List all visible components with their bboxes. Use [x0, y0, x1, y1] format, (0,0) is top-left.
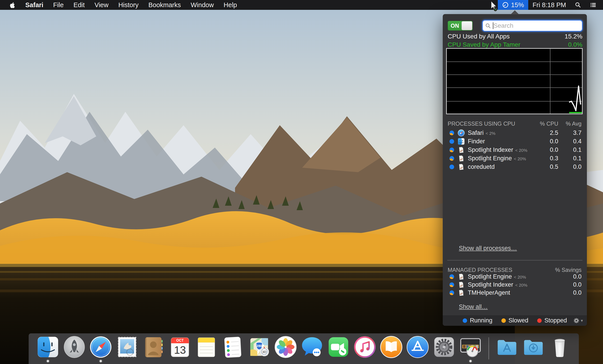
dock-item-photos[interactable]: [274, 335, 297, 363]
managed-list: Spotlight Engine< 20%0.0Spotlight Indexe…: [443, 273, 587, 297]
dock-item-applications-folder[interactable]: [495, 335, 519, 363]
dock: OCT132803D: [29, 333, 579, 364]
process-name: coreduetd: [468, 164, 495, 170]
show-all-managed-link[interactable]: Show all…: [459, 303, 488, 310]
launchpad-icon: [63, 335, 86, 359]
apple-menu-icon[interactable]: [9, 2, 15, 8]
legend-item-slowed: Slowed: [501, 317, 528, 324]
menu-item-file[interactable]: File: [53, 1, 64, 9]
process-row-finder[interactable]: Finder0.00.4: [443, 137, 587, 145]
text-caret: [493, 22, 493, 29]
itunes-icon: [353, 335, 376, 359]
process-row-tmhelperagent[interactable]: TMHelperAgent0.0: [443, 289, 587, 297]
dock-item-maps[interactable]: 2803D: [248, 335, 271, 363]
running-indicator: [47, 360, 49, 362]
process-row-coreduetd[interactable]: coreduetd0.50.0: [443, 163, 587, 171]
exec-app-icon: [457, 273, 465, 280]
menu-item-view[interactable]: View: [94, 1, 108, 9]
gear-caret-icon: ▾: [581, 318, 583, 323]
dock-item-notes[interactable]: [195, 335, 218, 363]
process-cpu-limit: < 20%: [514, 156, 526, 161]
popover-footer: RunningSlowedStopped ▾: [443, 315, 587, 326]
dock-item-reminders[interactable]: [221, 335, 244, 363]
process-row-spotlight-indexer[interactable]: Spotlight Indexer< 20%0.0: [443, 281, 587, 289]
show-all-processes-link[interactable]: Show all processes…: [459, 245, 517, 252]
status-dot-running-slowed: [450, 156, 454, 161]
dock-item-app-tamer[interactable]: [459, 335, 482, 363]
dock-item-mail[interactable]: [116, 335, 139, 363]
process-avg-value: 0.1: [561, 146, 581, 153]
dock-item-calendar[interactable]: OCT13: [168, 335, 192, 363]
svg-text:13: 13: [174, 344, 186, 356]
menu-item-help[interactable]: Help: [224, 1, 237, 9]
process-cpu-limit: < 20%: [515, 283, 527, 288]
system-preferences-icon: [432, 335, 456, 359]
process-name: TMHelperAgent: [468, 289, 510, 296]
process-cpu-limit: < 2%: [486, 131, 496, 136]
search-icon: [485, 23, 491, 29]
status-dot-running-slowed: [450, 282, 454, 287]
exec-app-icon: [457, 163, 465, 171]
dock-item-finder[interactable]: [36, 335, 59, 363]
exec-app-icon: [457, 146, 465, 154]
search-input[interactable]: [494, 22, 580, 29]
menu-item-safari[interactable]: Safari: [25, 1, 43, 9]
process-name: Safari: [468, 130, 484, 136]
column-avg: % Avg: [561, 121, 581, 127]
svg-text:OCT: OCT: [176, 339, 184, 342]
process-name: Spotlight Engine: [468, 155, 512, 162]
settings-gear-button[interactable]: ▾: [573, 317, 583, 324]
menu-item-edit[interactable]: Edit: [73, 1, 85, 9]
dock-item-appstore[interactable]: [406, 335, 429, 363]
legend-item-running: Running: [463, 317, 492, 324]
status-dot-running: [450, 165, 454, 169]
spotlight-search-icon[interactable]: [570, 0, 586, 10]
process-row-spotlight-engine[interactable]: Spotlight Engine< 20%0.30.1: [443, 154, 587, 163]
cpu-history-chart: [446, 48, 583, 114]
app-tamer-on-toggle[interactable]: ON: [448, 21, 473, 31]
process-avg-value: 3.7: [561, 130, 581, 136]
process-savings-value: 0.0: [550, 273, 581, 280]
process-row-spotlight-engine[interactable]: Spotlight Engine< 20%0.0: [443, 273, 587, 281]
legend-item-stopped: Stopped: [537, 317, 567, 324]
processes-header: PROCESSES USING CPU % CPU % Avg: [443, 121, 587, 127]
status-dot-running-slowed: [450, 131, 454, 135]
toggle-knob[interactable]: [462, 21, 472, 30]
notification-center-icon[interactable]: [586, 0, 601, 10]
menu-item-bookmarks[interactable]: Bookmarks: [148, 1, 181, 9]
dock-item-messages[interactable]: [300, 335, 324, 363]
dock-item-ibooks[interactable]: [380, 335, 403, 363]
process-row-spotlight-indexer[interactable]: Spotlight Indexer< 20%0.00.1: [443, 145, 587, 154]
process-cpu-limit: < 20%: [515, 148, 527, 153]
dock-item-facetime[interactable]: [327, 335, 350, 363]
graph-series-cpu-used: [569, 86, 581, 111]
process-avg-value: 0.0: [561, 164, 581, 170]
process-row-safari[interactable]: Safari< 2%2.53.7: [443, 129, 587, 137]
status-dot-running: [450, 139, 454, 144]
menu-items: SafariFileEditViewHistoryBookmarksWindow…: [25, 1, 237, 9]
processes-title: PROCESSES USING CPU: [448, 121, 538, 127]
dock-item-downloads-folder[interactable]: [522, 335, 545, 363]
cpu-used-line: CPU Used by All Apps 15.2%: [448, 33, 582, 41]
mouse-cursor-icon: [487, 0, 500, 12]
finder-icon: [36, 335, 59, 359]
menu-bar-clock[interactable]: Fri 8:18 PM: [528, 1, 570, 9]
dock-item-contacts[interactable]: [142, 335, 165, 363]
menu-bar-right: 15% Fri 8:18 PM: [498, 0, 603, 10]
dock-item-safari[interactable]: [89, 335, 112, 363]
dock-item-system-preferences[interactable]: [432, 335, 456, 363]
status-dot-running-slowed: [450, 290, 454, 295]
dock-item-itunes[interactable]: [353, 335, 376, 363]
dock-item-launchpad[interactable]: [63, 335, 86, 363]
status-item-app-tamer[interactable]: 15%: [498, 0, 528, 10]
search-field[interactable]: [483, 21, 582, 31]
dock-item-trash[interactable]: [548, 335, 571, 363]
process-cpu-value: 0.0: [538, 146, 558, 153]
notes-icon: [195, 335, 218, 359]
appstore-icon: [406, 335, 429, 359]
gear-icon: [573, 317, 580, 324]
menu-item-history[interactable]: History: [118, 1, 139, 9]
menu-item-window[interactable]: Window: [191, 1, 214, 9]
process-cpu-value: 0.3: [538, 155, 558, 162]
popover-arrow: [511, 10, 519, 14]
